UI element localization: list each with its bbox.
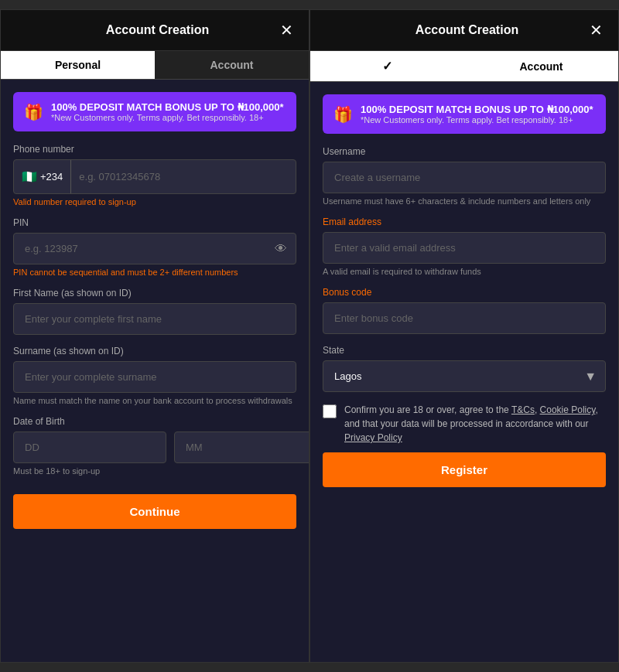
phone-label: Phone number [13, 144, 296, 155]
bonus-field-group: Bonus code [323, 287, 606, 334]
dob-label: Date of Birth [13, 416, 296, 427]
state-field-group: State Lagos Abuja Rivers Kano Oyo ▼ [323, 345, 606, 392]
firstname-field-group: First Name (as shown on ID) [13, 288, 296, 335]
surname-hint: Name must match the name on your bank ac… [13, 396, 296, 405]
right-promo-sub: *New Customers only. Terms apply. Bet re… [361, 115, 593, 125]
phone-hint: Valid number required to sign-up [13, 197, 296, 206]
phone-code: +234 [40, 171, 63, 182]
right-panel-body: 🎁 100% DEPOSIT MATCH BONUS UP TO ₦100,00… [310, 82, 618, 662]
dob-row [13, 432, 296, 463]
right-panel-title: Account Creation [344, 23, 590, 37]
left-tab-account[interactable]: Account [155, 51, 309, 79]
left-panel: Account Creation ✕ Personal Account 🎁 10… [0, 9, 310, 663]
phone-wrapper: 🇳🇬 +234 [13, 159, 296, 194]
left-close-button[interactable]: ✕ [280, 22, 293, 38]
right-close-button[interactable]: ✕ [590, 22, 603, 38]
dob-dd-input[interactable] [13, 432, 166, 463]
surname-input[interactable] [13, 361, 296, 393]
pin-label: PIN [13, 217, 296, 228]
right-tab-account[interactable]: Account [464, 51, 618, 81]
state-select-wrapper: Lagos Abuja Rivers Kano Oyo ▼ [323, 360, 606, 392]
right-tab-bar: ✓ Account [310, 51, 618, 82]
left-promo-sub: *New Customers only. Terms apply. Bet re… [51, 113, 284, 122]
state-label: State [323, 345, 606, 356]
left-panel-title: Account Creation [35, 23, 280, 37]
left-panel-header: Account Creation ✕ [1, 10, 309, 51]
pin-hint: PIN cannot be sequential and must be 2+ … [13, 268, 296, 277]
nigeria-flag: 🇳🇬 [22, 169, 37, 184]
firstname-input[interactable] [13, 303, 296, 335]
left-panel-body: 🎁 100% DEPOSIT MATCH BONUS UP TO ₦100,00… [1, 80, 309, 660]
tandc-link[interactable]: T&Cs [511, 404, 535, 415]
username-field-group: Username Username must have 6+ character… [323, 146, 606, 206]
bonus-input[interactable] [323, 302, 606, 334]
left-promo-main: 100% DEPOSIT MATCH BONUS UP TO ₦100,000* [51, 101, 284, 113]
dob-field-group: Date of Birth Must be 18+ to sign-up [13, 416, 296, 476]
email-field-group: Email address A valid email is required … [323, 217, 606, 276]
privacy-policy-link[interactable]: Privacy Policy [344, 432, 402, 443]
right-promo-icon: 🎁 [333, 105, 353, 124]
right-tab-check[interactable]: ✓ [310, 51, 464, 81]
right-promo-banner: 🎁 100% DEPOSIT MATCH BONUS UP TO ₦100,00… [323, 94, 606, 134]
terms-checkbox-row: Confirm you are 18 or over, agree to the… [323, 403, 606, 445]
username-hint: Username must have 6+ characters & inclu… [323, 196, 606, 206]
email-hint: A valid email is required to withdraw fu… [323, 267, 606, 276]
left-promo-icon: 🎁 [24, 103, 43, 121]
right-promo-main: 100% DEPOSIT MATCH BONUS UP TO ₦100,000* [361, 104, 593, 115]
pin-field-group: PIN 👁 PIN cannot be sequential and must … [13, 217, 296, 277]
checkmark-icon: ✓ [382, 60, 392, 73]
surname-field-group: Surname (as shown on ID) Name must match… [13, 346, 296, 405]
phone-prefix: 🇳🇬 +234 [14, 160, 71, 193]
bonus-label: Bonus code [323, 287, 606, 298]
phone-input[interactable] [71, 162, 296, 192]
cookie-policy-link[interactable]: Cookie Policy [540, 404, 596, 415]
right-promo-text: 100% DEPOSIT MATCH BONUS UP TO ₦100,000*… [361, 104, 593, 125]
phone-field-group: Phone number 🇳🇬 +234 Valid number requir… [13, 144, 296, 206]
email-input[interactable] [323, 232, 606, 264]
pin-visibility-toggle[interactable]: 👁 [275, 242, 287, 256]
email-label: Email address [323, 217, 606, 227]
terms-text: Confirm you are 18 or over, agree to the… [344, 403, 606, 445]
left-promo-text: 100% DEPOSIT MATCH BONUS UP TO ₦100,000*… [51, 101, 284, 122]
firstname-label: First Name (as shown on ID) [13, 288, 296, 298]
dob-mm-input[interactable] [174, 432, 309, 463]
continue-button[interactable]: Continue [13, 494, 296, 529]
left-promo-banner: 🎁 100% DEPOSIT MATCH BONUS UP TO ₦100,00… [13, 92, 296, 131]
right-panel: Account Creation ✕ ✓ Account 🎁 100% DEPO… [310, 9, 619, 663]
dob-hint: Must be 18+ to sign-up [13, 466, 296, 476]
surname-label: Surname (as shown on ID) [13, 346, 296, 356]
left-tab-personal[interactable]: Personal [1, 51, 155, 79]
state-select[interactable]: Lagos Abuja Rivers Kano Oyo [323, 360, 606, 392]
terms-checkbox[interactable] [323, 404, 337, 418]
pin-input-wrapper: 👁 [13, 233, 296, 264]
right-panel-header: Account Creation ✕ [310, 10, 618, 51]
pin-input[interactable] [13, 233, 296, 264]
username-input[interactable] [323, 162, 606, 193]
left-tab-bar: Personal Account [1, 51, 309, 80]
register-button[interactable]: Register [323, 452, 606, 487]
username-label: Username [323, 146, 606, 157]
